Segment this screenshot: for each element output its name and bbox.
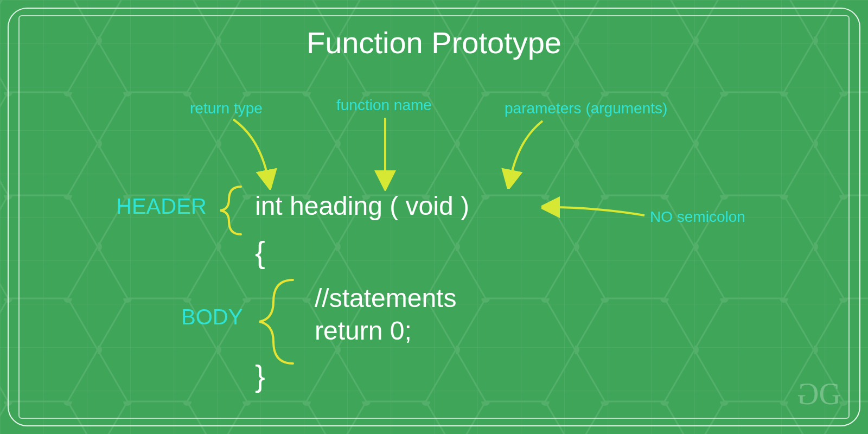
label-parameters: parameters (arguments) [505, 100, 667, 117]
logo-right-glyph: G [819, 377, 839, 411]
code-body-line2: return 0; [315, 316, 412, 346]
section-header-label: HEADER [116, 194, 207, 219]
arrow-no-semicolon [541, 196, 650, 224]
arrow-return-type [228, 117, 293, 190]
arrow-parameters [488, 118, 553, 189]
page-title: Function Prototype [0, 25, 868, 60]
code-signature: int heading ( void ) [255, 191, 469, 221]
watermark-logo: GG [799, 376, 839, 411]
arrow-function-name [369, 115, 401, 191]
brace-header-icon [216, 183, 248, 238]
code-body-line1: //statements [315, 283, 456, 313]
label-function-name: function name [336, 97, 432, 114]
label-no-semicolon: NO semicolon [650, 208, 745, 226]
section-body-label: BODY [181, 305, 242, 329]
logo-left-glyph: G [799, 376, 819, 411]
label-return-type: return type [190, 100, 263, 117]
code-open-brace: { [255, 234, 265, 270]
brace-body-icon [254, 276, 301, 368]
code-close-brace: } [255, 358, 265, 393]
